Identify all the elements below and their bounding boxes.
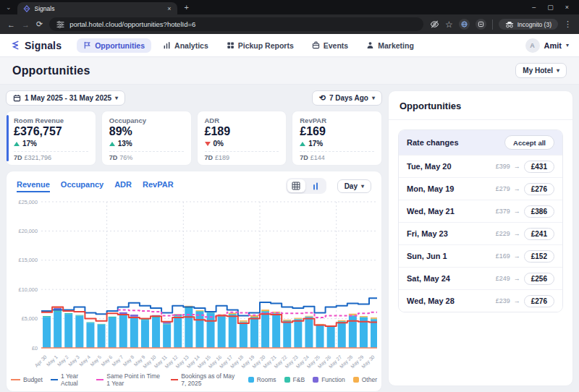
legend-label: 1 Year Actual xyxy=(61,372,88,387)
reload-button[interactable]: ⟳ xyxy=(36,20,43,29)
legend-item-same-point-in-time-1-year[interactable]: Same Point in Time 1 Year xyxy=(96,372,163,387)
chart-header: Revenue Occupancy ADR RevPAR xyxy=(11,175,377,197)
svg-text:May 4: May 4 xyxy=(78,354,92,368)
svg-text:Apr 30: Apr 30 xyxy=(34,354,48,369)
close-button[interactable]: × xyxy=(565,4,569,11)
browser-window: ⌄ Signals × + – ▢ × ← → ⟳ portal.hotel.c… xyxy=(0,0,579,392)
brand-name: Signals xyxy=(25,40,62,51)
kpi-delta: 17% xyxy=(300,140,374,148)
legend-item-bookings-as-of-may-7-2025[interactable]: Bookings as of May 7, 2025 xyxy=(171,372,240,387)
rate-date: Mon, May 19 xyxy=(407,184,454,193)
legend-swatch xyxy=(353,377,359,383)
rate-changes-card: Rate changes Accept all Tue, May 20£399→… xyxy=(398,129,563,312)
rate-change-row: Mon, May 19£279→£276 xyxy=(399,177,562,200)
kpi-title: Room Revenue xyxy=(14,116,88,124)
legend-item-1-year-actual[interactable]: 1 Year Actual xyxy=(51,372,88,387)
new-tab-button[interactable]: + xyxy=(185,3,189,12)
back-button[interactable]: ← xyxy=(7,20,15,29)
kpi-value: £189 xyxy=(205,125,279,138)
rate-to-pill[interactable]: £241 xyxy=(524,228,554,240)
compare-period-button[interactable]: ⟲ 7 Days Ago ▾ xyxy=(312,90,382,106)
rate-to-pill[interactable]: £276 xyxy=(524,295,554,307)
nav-item-opportunities[interactable]: Opportunities xyxy=(77,38,151,53)
kpi-card-occupancy[interactable]: Occupancy89%13%7D76% xyxy=(101,111,192,166)
granularity-dropdown[interactable]: Day ▾ xyxy=(337,179,371,193)
rate-to-pill[interactable]: £386 xyxy=(524,205,554,218)
incognito-icon xyxy=(505,21,514,28)
eye-off-icon[interactable] xyxy=(430,20,439,29)
arrow-right-icon: → xyxy=(514,297,520,304)
nav-item-events[interactable]: Events xyxy=(305,38,355,53)
chart-tab-occupancy[interactable]: Occupancy xyxy=(61,180,103,192)
bookmark-star-icon[interactable]: ☆ xyxy=(445,20,453,30)
rate-to-pill[interactable]: £152 xyxy=(524,250,554,263)
kpi-previous-value: 7D£321,796 xyxy=(14,154,88,161)
legend-item-rooms[interactable]: Rooms xyxy=(248,376,276,383)
up-arrow-icon xyxy=(14,142,20,146)
forward-button[interactable]: → xyxy=(22,20,30,29)
nav-item-analytics[interactable]: Analytics xyxy=(156,38,215,53)
rate-from: £239 xyxy=(496,297,510,304)
browser-menu-icon[interactable]: ⋮ xyxy=(564,20,572,29)
accept-all-button[interactable]: Accept all xyxy=(504,135,554,150)
browser-toolbar: ← → ⟳ portal.hotel.cloud/opportunities?h… xyxy=(0,14,579,34)
legend-swatch xyxy=(51,379,58,380)
rate-date: Wed, May 28 xyxy=(407,297,455,305)
filter-row: 1 May 2025 - 31 May 2025 ▾ ⟲ 7 Days Ago … xyxy=(6,90,382,106)
labs-extension-icon[interactable] xyxy=(476,19,486,30)
svg-text:£25,000: £25,000 xyxy=(19,199,38,205)
nav-item-label: Analytics xyxy=(174,41,208,50)
kpi-value: £169 xyxy=(300,125,374,138)
chevron-down-icon: ▾ xyxy=(566,42,569,48)
legend-item-budget[interactable]: Budget xyxy=(11,376,43,383)
legend-item-other[interactable]: Other xyxy=(353,376,377,383)
chart-view-button[interactable] xyxy=(307,179,325,192)
kpi-card-adr[interactable]: ADR£1890%7D£189 xyxy=(197,111,287,166)
legend-item-f-b[interactable]: F&B xyxy=(284,376,305,383)
arrow-right-icon: → xyxy=(514,208,520,215)
down-arrow-icon xyxy=(205,142,211,146)
brand[interactable]: Signals xyxy=(10,40,62,51)
chart-tab-adr[interactable]: ADR xyxy=(114,180,132,192)
history-icon: ⟲ xyxy=(319,94,326,102)
browser-tab[interactable]: Signals × xyxy=(17,2,177,14)
chevron-down-icon: ▾ xyxy=(361,183,364,189)
compare-period-label: 7 Days Ago xyxy=(329,94,368,102)
user-name: Amit xyxy=(544,41,562,50)
chart-tab-revenue[interactable]: Revenue xyxy=(17,180,50,192)
legend-swatch xyxy=(284,377,290,383)
maximize-button[interactable]: ▢ xyxy=(547,4,554,11)
table-view-button[interactable] xyxy=(287,179,305,192)
nav-item-pickup-reports[interactable]: Pickup Reports xyxy=(220,38,300,53)
svg-text:£15,000: £15,000 xyxy=(19,257,38,263)
date-range-label: 1 May 2025 - 31 May 2025 xyxy=(25,94,111,102)
globe-extension-icon[interactable] xyxy=(459,19,470,30)
arrow-right-icon: → xyxy=(514,185,520,192)
legend-item-function[interactable]: Function xyxy=(313,376,345,383)
rate-change-row: Fri, May 23£229→£241 xyxy=(399,222,562,244)
rate-to-pill[interactable]: £256 xyxy=(524,273,554,285)
date-range-button[interactable]: 1 May 2025 - 31 May 2025 ▾ xyxy=(6,90,125,106)
panel-title: Opportunities xyxy=(389,91,572,120)
nav-item-marketing[interactable]: Marketing xyxy=(360,38,420,53)
hotel-selector-label: My Hotel xyxy=(523,67,553,74)
hotel-selector-button[interactable]: My Hotel ▾ xyxy=(515,63,567,78)
site-settings-icon[interactable] xyxy=(56,20,64,28)
minimize-button[interactable]: – xyxy=(532,4,536,11)
incognito-badge[interactable]: Incognito (3) xyxy=(499,19,558,30)
user-menu[interactable]: A Amit ▾ xyxy=(525,38,569,53)
address-bar[interactable]: portal.hotel.cloud/opportunities?hotelId… xyxy=(49,17,423,31)
svg-text:May 7: May 7 xyxy=(111,354,124,368)
kpi-card-revpar[interactable]: RevPAR£16917%7D£144 xyxy=(292,111,382,166)
rate-from: £379 xyxy=(496,208,510,215)
chart-tab-revpar[interactable]: RevPAR xyxy=(143,180,174,192)
rate-date: Tue, May 20 xyxy=(407,162,452,171)
rate-from: £169 xyxy=(496,252,510,260)
tab-search-icon[interactable]: ⌄ xyxy=(6,4,12,11)
table-icon xyxy=(292,182,300,190)
rate-to-pill[interactable]: £431 xyxy=(524,161,554,173)
kpi-card-room-revenue[interactable]: Room Revenue£376,75717%7D£321,796 xyxy=(6,111,96,166)
tab-close-icon[interactable]: × xyxy=(167,5,171,12)
rate-to-pill[interactable]: £276 xyxy=(524,183,554,195)
window-controls: – ▢ × xyxy=(532,4,573,11)
